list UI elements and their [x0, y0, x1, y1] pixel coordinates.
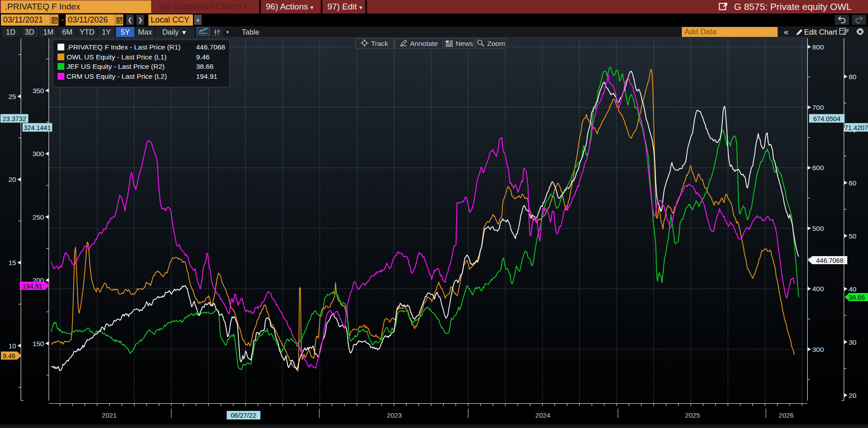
- svg-text:446.7068: 446.7068: [816, 257, 843, 264]
- svg-text:2025: 2025: [685, 411, 700, 419]
- svg-text:194.91: 194.91: [22, 283, 42, 290]
- svg-text:2024: 2024: [535, 411, 550, 419]
- svg-text:60: 60: [849, 179, 857, 187]
- svg-text:23.3732: 23.3732: [3, 115, 26, 122]
- svg-text:300: 300: [812, 346, 824, 353]
- svg-text:80: 80: [849, 73, 857, 81]
- svg-text:2021: 2021: [102, 411, 116, 419]
- svg-text:15: 15: [9, 259, 16, 266]
- svg-text:800: 800: [812, 43, 824, 51]
- svg-text:9.46: 9.46: [3, 352, 15, 360]
- svg-text:2023: 2023: [387, 411, 402, 419]
- svg-text:350: 350: [32, 87, 44, 95]
- svg-text:700: 700: [812, 104, 824, 111]
- svg-text:150: 150: [32, 340, 44, 347]
- svg-text:06/27/22: 06/27/22: [231, 412, 256, 419]
- svg-text:2026: 2026: [779, 411, 793, 419]
- svg-text:400: 400: [812, 285, 824, 293]
- svg-text:20: 20: [9, 176, 17, 183]
- svg-text:20: 20: [849, 392, 857, 399]
- svg-text:50: 50: [849, 232, 857, 240]
- svg-text:600: 600: [812, 164, 824, 171]
- svg-text:10: 10: [9, 342, 17, 350]
- svg-text:500: 500: [812, 225, 824, 232]
- svg-text:300: 300: [32, 150, 44, 158]
- svg-text:30: 30: [849, 338, 857, 346]
- svg-text:674.0504: 674.0504: [813, 115, 840, 122]
- svg-text:324.1441: 324.1441: [24, 124, 51, 131]
- svg-text:25: 25: [9, 93, 16, 100]
- svg-text:71.4207: 71.4207: [845, 124, 868, 131]
- svg-text:38.66: 38.66: [849, 294, 865, 301]
- svg-text:40: 40: [849, 285, 857, 293]
- svg-text:250: 250: [32, 213, 44, 221]
